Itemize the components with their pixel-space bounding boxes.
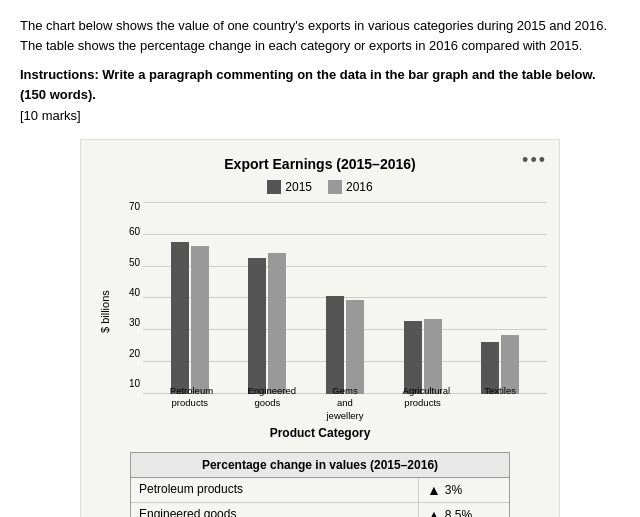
bar-engineered-2016 [268,253,286,394]
x-axis-title: Product Category [93,426,547,440]
x-label-engineered: Engineeredgoods [247,385,287,422]
table-row-petroleum: Petroleum products ▲ 3% [131,478,509,503]
x-label-gems: Gems andjewellery [325,385,365,422]
bar-engineered-2015 [248,258,266,394]
marks-text: [10 marks] [20,108,620,123]
chart-plot: 70 60 50 40 30 20 10 [113,202,547,422]
bars-area [143,202,547,394]
bar-group-petroleum [171,242,209,394]
bar-group-engineered [248,253,286,394]
legend: 2015 2016 [93,180,547,194]
legend-2016: 2016 [328,180,373,194]
value-petroleum: 3% [445,483,462,497]
x-labels: Petroleumproducts Engineeredgoods Gems a… [143,385,547,422]
table-cell-engineered-value: ▲ 8.5% [419,503,509,517]
y-axis-label: $ billions [93,202,113,422]
chart-container: ••• Export Earnings (2015–2016) 2015 201… [80,139,560,517]
bar-gems-2015 [326,296,344,394]
y-tick-10: 10 [113,379,143,389]
y-tick-40: 40 [113,288,143,298]
value-engineered: 8.5% [445,508,472,517]
y-tick-60: 60 [113,227,143,237]
instructions-text: Instructions: Write a paragraph commenti… [20,65,620,104]
y-axis-ticks: 70 60 50 40 30 20 10 [113,202,143,394]
bar-group-agricultural [404,319,442,394]
legend-label-2015: 2015 [285,180,312,194]
legend-2015: 2015 [267,180,312,194]
three-dots-icon[interactable]: ••• [522,150,547,171]
y-tick-30: 30 [113,318,143,328]
bar-petroleum-2015 [171,242,189,394]
y-tick-70: 70 [113,202,143,212]
bar-petroleum-2016 [191,246,209,394]
bar-gems-2016 [346,300,364,394]
legend-label-2016: 2016 [346,180,373,194]
legend-box-2016 [328,180,342,194]
x-label-petroleum: Petroleumproducts [170,385,210,422]
table-cell-petroleum-value: ▲ 3% [419,478,509,502]
table-cell-petroleum-label: Petroleum products [131,478,419,502]
y-tick-50: 50 [113,258,143,268]
table-header: Percentage change in values (2015–2016) [131,453,509,478]
x-label-textiles: Textiles [480,385,520,422]
bar-agricultural-2015 [404,321,422,394]
chart-area: $ billions 70 60 50 40 30 20 10 [93,202,547,422]
x-label-agricultural: Agriculturalproducts [403,385,443,422]
legend-box-2015 [267,180,281,194]
table-row-engineered: Engineered goods ▲ 8.5% [131,503,509,517]
arrow-up-engineered: ▲ [427,507,441,517]
table-cell-engineered-label: Engineered goods [131,503,419,517]
bar-group-gems [326,296,364,394]
chart-title: Export Earnings (2015–2016) [93,156,547,172]
y-tick-20: 20 [113,349,143,359]
description-text: The chart below shows the value of one c… [20,16,620,55]
arrow-up-petroleum: ▲ [427,482,441,498]
bar-agricultural-2016 [424,319,442,394]
percentage-table: Percentage change in values (2015–2016) … [130,452,510,517]
